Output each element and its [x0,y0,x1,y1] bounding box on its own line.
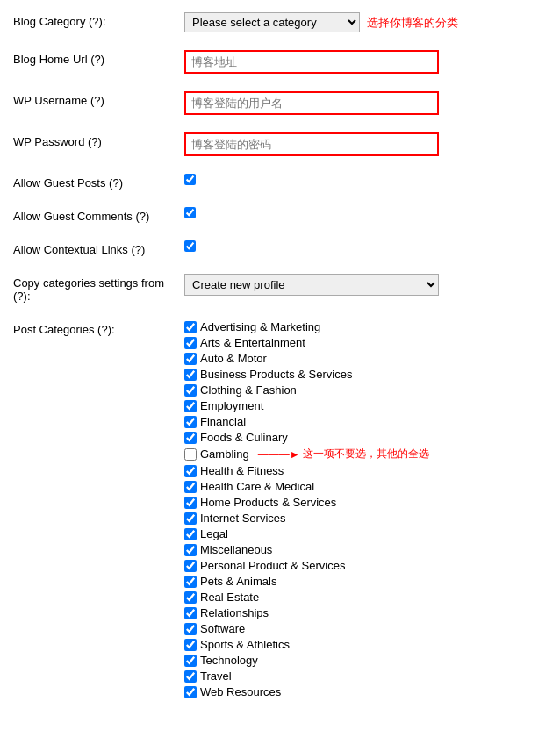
category-checkbox-6[interactable] [184,416,197,428]
blog-home-url-input[interactable] [184,50,439,74]
category-label-1: Arts & Entertainment [200,336,305,349]
category-row: Gambling———►这一项不要选，其他的全选 [184,447,547,462]
category-checkbox-4[interactable] [184,384,197,397]
blog-home-url-row: Blog Home Url (?) [13,47,547,77]
category-row: Pets & Animals [184,575,547,588]
category-row: Home Products & Services [184,496,547,509]
category-checkbox-14[interactable] [184,544,197,556]
category-checkbox-9[interactable] [184,465,197,477]
category-label-6: Financial [200,415,246,428]
copy-categories-label: Copy categories settings from (?): [13,274,184,303]
wp-username-label: WP Username (?) [13,91,184,107]
blog-category-select[interactable]: Please select a categoryAdvertising & Ma… [184,12,360,32]
category-checkbox-11[interactable] [184,497,197,509]
category-row: Personal Product & Services [184,559,547,572]
category-checkbox-13[interactable] [184,528,197,540]
wp-password-field [184,132,547,156]
wp-username-row: WP Username (?) [13,88,547,118]
category-label-21: Technology [200,654,258,667]
wp-password-row: WP Password (?) [13,129,547,160]
category-label-7: Foods & Culinary [200,431,288,444]
gambling-note-text: 这一项不要选，其他的全选 [303,447,429,462]
category-checkbox-18[interactable] [184,607,197,619]
category-checkbox-17[interactable] [184,591,197,604]
blog-category-field: Please select a categoryAdvertising & Ma… [184,12,547,32]
category-label-0: Advertising & Marketing [200,320,320,333]
category-checkbox-19[interactable] [184,623,197,635]
category-row: Advertising & Marketing [184,320,547,333]
category-row: Auto & Motor [184,352,547,365]
category-row: Business Products & Services [184,368,547,381]
category-checkbox-12[interactable] [184,512,197,525]
category-row: Web Resources [184,685,547,698]
category-row: Legal [184,527,547,540]
copy-categories-select[interactable]: Create new profile [184,274,439,296]
category-row: Health Care & Medical [184,480,547,493]
category-label-5: Employment [200,399,263,412]
category-label-3: Business Products & Services [200,368,352,381]
category-checkbox-15[interactable] [184,560,197,572]
category-label-20: Sports & Athletics [200,638,290,651]
category-checkbox-0[interactable] [184,321,197,333]
allow-contextual-links-checkbox[interactable] [184,240,196,252]
category-label-2: Auto & Motor [200,352,267,365]
wp-password-input[interactable] [184,132,439,156]
category-row: Internet Services [184,512,547,525]
category-label-12: Internet Services [200,512,286,525]
category-row: Travel [184,669,547,683]
category-row: Foods & Culinary [184,431,547,444]
category-label-22: Travel [200,669,232,683]
category-checkbox-2[interactable] [184,353,197,365]
category-label-10: Health Care & Medical [200,480,314,493]
category-row: Financial [184,415,547,428]
category-checkbox-21[interactable] [184,655,197,667]
category-checkbox-23[interactable] [184,686,197,698]
category-label-17: Real Estate [200,590,259,604]
allow-contextual-links-row: Allow Contextual Links (?) [13,237,547,260]
gambling-note: ———►这一项不要选，其他的全选 [258,447,429,462]
allow-guest-comments-row: Allow Guest Comments (?) [13,204,547,226]
category-label-23: Web Resources [200,685,281,698]
category-label-14: Miscellaneous [200,543,272,556]
post-categories-field: Advertising & MarketingArts & Entertainm… [184,320,547,700]
category-checkbox-22[interactable] [184,670,197,683]
allow-contextual-links-field [184,240,547,254]
category-row: Health & Fitness [184,464,547,477]
blog-category-label: Blog Category (?): [13,12,184,28]
category-checkbox-8[interactable] [184,448,197,461]
allow-guest-comments-checkbox[interactable] [184,207,196,218]
category-label-13: Legal [200,527,228,540]
blog-category-row: Blog Category (?): Please select a categ… [13,9,547,36]
copy-categories-field: Create new profile [184,274,547,296]
arrow-icon: ———► [258,448,300,461]
post-categories-row: Post Categories (?): Advertising & Marke… [13,317,547,704]
category-checkbox-5[interactable] [184,400,197,412]
wp-username-input[interactable] [184,91,439,115]
allow-guest-posts-label: Allow Guest Posts (?) [13,174,184,190]
category-checkbox-7[interactable] [184,432,197,444]
wp-password-label: WP Password (?) [13,132,184,148]
category-label-8: Gambling [200,447,249,461]
allow-guest-posts-checkbox[interactable] [184,174,196,185]
category-label-15: Personal Product & Services [200,559,345,572]
category-checkbox-20[interactable] [184,639,197,651]
category-checkbox-10[interactable] [184,481,197,493]
post-categories-label: Post Categories (?): [13,320,184,336]
allow-contextual-links-label: Allow Contextual Links (?) [13,240,184,256]
category-label-18: Relationships [200,606,269,619]
allow-guest-posts-row: Allow Guest Posts (?) [13,170,547,193]
wp-username-field [184,91,547,115]
category-row: Clothing & Fashion [184,383,547,397]
category-row: Sports & Athletics [184,638,547,651]
category-label-11: Home Products & Services [200,496,336,509]
category-checkbox-1[interactable] [184,337,197,349]
category-row: Relationships [184,606,547,619]
category-row: Software [184,622,547,635]
category-row: Technology [184,654,547,667]
category-checkbox-16[interactable] [184,576,197,588]
category-label-19: Software [200,622,245,635]
category-label-16: Pets & Animals [200,575,276,588]
category-row: Miscellaneous [184,543,547,556]
category-label-4: Clothing & Fashion [200,383,297,397]
category-checkbox-3[interactable] [184,369,197,381]
